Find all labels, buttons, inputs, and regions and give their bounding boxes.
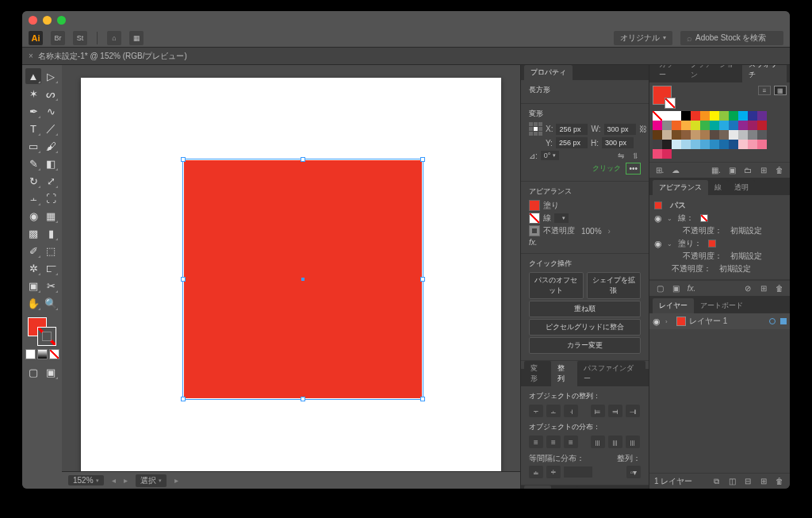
btn-recolor[interactable]: カラー変更 [529, 337, 641, 354]
stroke-color-swatch[interactable] [529, 213, 540, 224]
swatch-cloud-icon[interactable]: ☁ [670, 165, 681, 176]
app-new-fill-icon[interactable]: ▣ [670, 283, 681, 294]
swatch-5[interactable] [719, 111, 729, 121]
stock-icon[interactable]: St [73, 31, 87, 45]
swatch-32[interactable] [748, 130, 757, 140]
arrange-docs-icon[interactable]: ▦ [129, 31, 144, 45]
swatch-11[interactable] [662, 121, 672, 130]
current-stroke-swatch[interactable] [665, 98, 676, 109]
dist-hcenter-icon[interactable]: ⫼ [608, 436, 622, 448]
swatch-29[interactable] [719, 130, 729, 140]
swatch-36[interactable] [672, 140, 681, 149]
stroke-weight[interactable] [554, 213, 569, 223]
angle-input[interactable]: 0° [541, 151, 560, 160]
layer-name[interactable]: レイヤー 1 [689, 316, 727, 327]
swatch-40[interactable] [710, 140, 719, 149]
btn-pixel-grid[interactable]: ピクセルグリッドに整合 [529, 319, 641, 336]
tab-align[interactable]: 整列 [551, 361, 578, 386]
swatch-41[interactable] [719, 140, 729, 149]
brush-tool[interactable]: 🖌 [43, 138, 59, 154]
btn-expand-shape[interactable]: シェイプを拡張 [587, 272, 642, 299]
swatch-lib-icon[interactable]: ⊞. [654, 165, 665, 176]
swatch-16[interactable] [710, 121, 719, 130]
y-input[interactable] [556, 137, 588, 148]
swatch-37[interactable] [681, 140, 691, 149]
document-title[interactable]: 名称未設定-1* @ 152% (RGB/プレビュー) [38, 51, 187, 62]
mesh-tool[interactable]: ▩ [25, 225, 41, 241]
swatch-23[interactable] [662, 130, 672, 140]
stroke-swatch[interactable] [37, 327, 56, 346]
flip-v-icon[interactable]: ⥮ [630, 150, 641, 161]
align-to-dropdown[interactable]: ▫▾ [626, 466, 641, 478]
slice-tool[interactable]: ✂ [43, 278, 59, 294]
close-window[interactable] [29, 16, 37, 25]
direct-selection-tool[interactable]: ▷ [43, 68, 59, 84]
swatch-3[interactable] [700, 111, 710, 121]
app-stroke-swatch[interactable] [700, 214, 708, 222]
stroke-opacity-label[interactable]: 不透明度： [683, 225, 722, 236]
swatch-8[interactable] [748, 111, 757, 121]
swatch-42[interactable] [729, 140, 738, 149]
swatch-21[interactable] [757, 121, 767, 130]
screen-mode-normal[interactable]: ▢ [25, 364, 41, 380]
btn-offset-path[interactable]: パスのオフセット [529, 272, 584, 299]
shaper-tool[interactable]: ✎ [25, 155, 41, 171]
swatch-14[interactable] [691, 121, 700, 130]
free-transform-tool[interactable]: ⛶ [43, 190, 59, 206]
tab-pathfinder[interactable]: パスファインダー [577, 361, 645, 386]
shape-builder-tool[interactable]: ◉ [25, 208, 41, 224]
swatch-30[interactable] [729, 130, 738, 140]
opacity-value[interactable]: 100% [581, 227, 602, 236]
gradient-tool[interactable]: ▮ [43, 225, 59, 241]
new-layer-icon[interactable]: ⊞ [758, 476, 769, 487]
perspective-tool[interactable]: ▦ [43, 208, 59, 224]
swatch-33[interactable] [757, 130, 767, 140]
dist-right-icon[interactable]: ⫼ [626, 436, 640, 448]
app-clear-icon[interactable]: ⊘ [742, 283, 753, 294]
swatch-22[interactable] [653, 130, 662, 140]
tab-artboards[interactable]: アートボード [694, 298, 749, 313]
align-vcenter-icon[interactable]: ⫤ [608, 405, 622, 417]
stock-search[interactable]: Adobe Stock を検索 [680, 31, 783, 45]
blend-tool[interactable]: ⬚ [43, 243, 59, 259]
zoom-window[interactable] [57, 16, 66, 25]
fill-opacity-label[interactable]: 不透明度： [683, 251, 722, 262]
tab-stroke-panel[interactable]: 線 [708, 180, 728, 195]
swatch-none[interactable] [653, 111, 662, 121]
eraser-tool[interactable]: ◧ [43, 155, 59, 171]
fx-label[interactable]: fx. [529, 238, 538, 247]
swatch-39[interactable] [700, 140, 710, 149]
stroke-twirl-icon[interactable]: ⌄ [667, 215, 675, 222]
width-tool[interactable]: ⫠ [25, 190, 41, 206]
swatch-13[interactable] [681, 121, 691, 130]
swatch-26[interactable] [691, 130, 700, 140]
swatch-45[interactable] [757, 140, 767, 149]
swatch-kind-icon[interactable]: ▦. [710, 165, 722, 176]
swatch-34[interactable] [653, 140, 662, 149]
swatch-10[interactable] [653, 121, 662, 130]
swatch-47[interactable] [662, 149, 672, 159]
swatch-25[interactable] [681, 130, 691, 140]
swatch-20[interactable] [748, 121, 757, 130]
layer-target-icon[interactable] [769, 318, 776, 324]
swatch-options-icon[interactable]: ▣ [726, 165, 737, 176]
swatch-7[interactable] [738, 111, 748, 121]
swatch-46[interactable] [653, 149, 662, 159]
obj-opacity-label[interactable]: 不透明度： [672, 263, 711, 274]
new-sublayer-icon[interactable]: ⊟ [742, 476, 753, 487]
align-hcenter-icon[interactable]: ⫠ [546, 405, 561, 417]
nav-prev-icon[interactable]: ◂ [112, 476, 116, 485]
swatch-2[interactable] [691, 111, 700, 121]
dist-hspace-icon[interactable]: ⫩ [546, 466, 561, 478]
tab-color[interactable]: カラー [653, 65, 684, 82]
tab-properties[interactable]: プロパティ [524, 65, 573, 80]
w-input[interactable] [604, 124, 636, 135]
swatch-view-list[interactable]: ≡ [758, 86, 771, 95]
tab-layers[interactable]: レイヤー [653, 298, 694, 313]
align-top-icon[interactable]: ⫢ [591, 405, 605, 417]
swatch-31[interactable] [738, 130, 748, 140]
selection-tool[interactable]: ▲ [25, 68, 41, 84]
swatch-12[interactable] [672, 121, 681, 130]
spacing-input[interactable] [564, 466, 592, 478]
swatch-18[interactable] [729, 121, 738, 130]
